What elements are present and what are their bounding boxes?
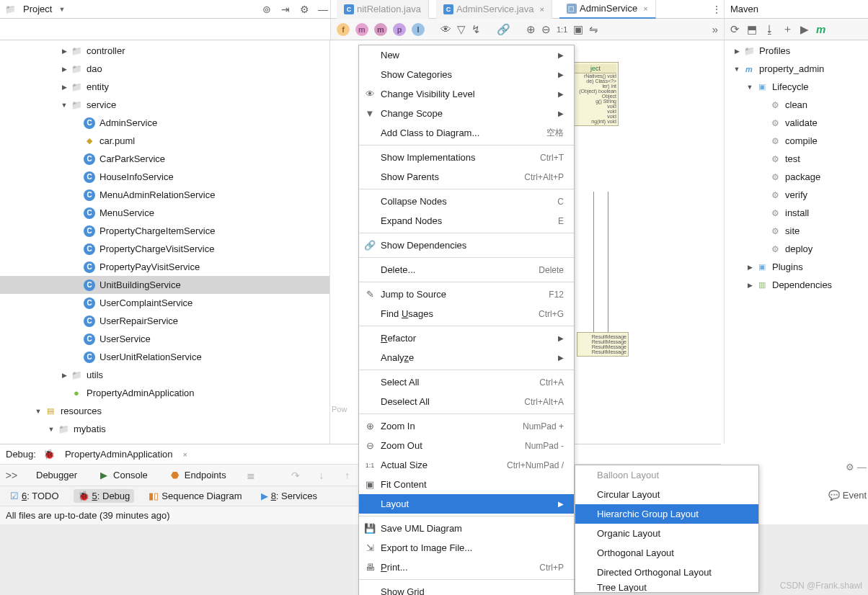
filter-properties-icon[interactable]: p: [393, 23, 406, 36]
menu-item[interactable]: Select AllCtrl+A: [359, 372, 574, 392]
filter-icon[interactable]: ▽: [457, 23, 466, 36]
menu-item[interactable]: Delete...Delete: [359, 260, 574, 279]
maven-tree[interactable]: ▶Profiles▼property_admin▼Lifecyclecleanv…: [725, 40, 868, 295]
tab-console[interactable]: ▶Console: [94, 468, 154, 483]
tree-item[interactable]: test: [725, 150, 868, 168]
step-out-icon[interactable]: ↑: [340, 468, 355, 483]
actual-size-icon[interactable]: 1:1: [557, 25, 567, 34]
expand-icon[interactable]: >>: [4, 468, 19, 483]
tab-services[interactable]: ▶8: Services: [257, 489, 322, 503]
menu-item[interactable]: Circular Layout: [575, 485, 758, 504]
tab-sequence[interactable]: ▮▯Sequence Diagram: [144, 489, 246, 503]
menu-item[interactable]: Collapse NodesC: [359, 192, 574, 211]
menu-item[interactable]: ⊕Zoom InNumPad +: [359, 416, 574, 436]
tree-item[interactable]: ▶Dependencies: [725, 276, 868, 294]
tree-item[interactable]: deploy: [725, 240, 868, 258]
tree-item[interactable]: AdminService: [0, 114, 329, 132]
tree-item[interactable]: install: [725, 204, 868, 222]
more-icon[interactable]: ⋮: [709, 2, 724, 17]
layout-icon[interactable]: ⇋: [589, 23, 598, 36]
step-into-icon[interactable]: ↓: [314, 468, 329, 483]
tree-item[interactable]: UserComplaintService: [0, 294, 329, 312]
tree-item[interactable]: ▶entity: [0, 78, 329, 96]
tree-item[interactable]: ▶utils: [0, 366, 329, 384]
zoom-in-icon[interactable]: ⊕: [526, 23, 536, 36]
menu-item[interactable]: 💾Save UML Diagram: [359, 519, 574, 538]
gear-icon[interactable]: ⚙: [297, 2, 311, 17]
tree-item[interactable]: PropertyChargeVisitService: [0, 240, 329, 258]
menu-item[interactable]: Tree Layout: [575, 582, 758, 592]
download-icon[interactable]: ⭳: [764, 23, 775, 35]
tree-item[interactable]: ▶mapper: [0, 438, 329, 444]
tab-adminservice-diagram[interactable]: ⬚ AdminService ×: [559, 0, 656, 19]
tree-item[interactable]: ▶Profiles: [725, 42, 868, 60]
chevron-down-icon[interactable]: ▼: [58, 6, 65, 13]
menu-item[interactable]: 👁Change Visibility Level▶: [359, 84, 574, 104]
project-label[interactable]: Project: [23, 4, 52, 14]
tree-item[interactable]: UserUnitRelationService: [0, 348, 329, 366]
menu-item[interactable]: Find UsagesCtrl+G: [359, 304, 574, 323]
run-icon[interactable]: ▶: [800, 23, 809, 36]
maven-m-icon[interactable]: m: [816, 23, 825, 35]
tab-unitrelation[interactable]: C nitRelation.java: [337, 0, 429, 19]
collapse-icon[interactable]: ⇥: [278, 2, 293, 17]
menu-item[interactable]: Balloon Layout: [575, 465, 758, 485]
threads-icon[interactable]: ≣: [244, 468, 258, 483]
add-icon[interactable]: ＋: [782, 22, 793, 36]
tab-adminservice-java[interactable]: C AdminService.java ×: [436, 0, 552, 19]
menu-item[interactable]: Refactor▶: [359, 328, 574, 348]
close-icon[interactable]: ×: [540, 5, 544, 14]
step-icon[interactable]: ↷: [288, 468, 303, 483]
filter-fields-icon[interactable]: f: [337, 23, 350, 36]
menu-item[interactable]: ▣Fit Content: [359, 475, 574, 494]
tree-item[interactable]: car.puml: [0, 132, 329, 150]
tree-item[interactable]: ▼mybatis: [0, 420, 329, 438]
menu-item[interactable]: Show ParentsCtrl+Alt+P: [359, 167, 574, 187]
menu-item[interactable]: Deselect AllCtrl+Alt+A: [359, 392, 574, 411]
tab-debug[interactable]: 🐞5: Debug: [74, 489, 135, 503]
tree-item[interactable]: MenuService: [0, 204, 329, 222]
hide-icon[interactable]: —: [316, 2, 330, 17]
filter-methods2-icon[interactable]: m: [374, 23, 387, 36]
tree-item[interactable]: UserRepairService: [0, 312, 329, 330]
tree-item[interactable]: ▼resources: [0, 402, 329, 420]
tree-item[interactable]: MenuAdminRelationService: [0, 186, 329, 204]
target-icon[interactable]: ⊚: [260, 2, 274, 17]
tree-item[interactable]: UserService: [0, 330, 329, 348]
filter-inner-icon[interactable]: I: [412, 23, 425, 36]
tree-item[interactable]: ▼property_admin: [725, 60, 868, 78]
context-menu[interactable]: New▶Show Categories▶👁Change Visibility L…: [358, 45, 575, 595]
scope-icon[interactable]: ↯: [471, 23, 481, 36]
tree-item[interactable]: ▼service: [0, 96, 329, 114]
tab-todo[interactable]: ☑6: TODO: [6, 489, 63, 503]
uml-class-box[interactable]: ResultMessageResultMessageResultMessageR…: [577, 332, 629, 357]
tree-item[interactable]: PropertyAdminApplication: [0, 384, 329, 402]
close-icon[interactable]: ×: [643, 4, 647, 13]
debug-config-name[interactable]: PropertyAdminApplication: [65, 449, 173, 460]
event-log-button[interactable]: 💬Event: [828, 490, 867, 501]
tree-item[interactable]: package: [725, 168, 868, 186]
menu-item[interactable]: New▶: [359, 45, 574, 65]
zoom-out-icon[interactable]: ⊖: [541, 23, 551, 36]
filter-methods-icon[interactable]: m: [355, 23, 368, 36]
menu-item[interactable]: ⊖Zoom OutNumPad -: [359, 436, 574, 455]
tree-item[interactable]: clean: [725, 96, 868, 114]
layout-submenu[interactable]: Balloon LayoutCircular LayoutHierarchic …: [575, 465, 759, 593]
tree-item[interactable]: validate: [725, 114, 868, 132]
tab-endpoints[interactable]: ⬣Endpoints: [165, 468, 232, 483]
menu-item[interactable]: ✎Jump to SourceF12: [359, 285, 574, 304]
uml-class-box[interactable]: ject rNatives() voidde) Class<?>ler) int…: [572, 62, 619, 126]
tree-item[interactable]: PropertyChargeItemService: [0, 222, 329, 240]
menu-item[interactable]: Show Grid: [359, 582, 574, 595]
tree-item[interactable]: verify: [725, 186, 868, 204]
tree-item[interactable]: ▶dao: [0, 60, 329, 78]
tree-item[interactable]: ▶controller: [0, 42, 329, 60]
menu-item[interactable]: 🔗Show Dependencies: [359, 236, 574, 255]
menu-item[interactable]: Add Class to Diagram...空格: [359, 123, 574, 143]
tree-item[interactable]: site: [725, 222, 868, 240]
menu-item[interactable]: Layout▶: [359, 494, 574, 514]
tree-item[interactable]: UnitBuildingService: [0, 276, 329, 294]
menu-item[interactable]: Show ImplementationsCtrl+T: [359, 148, 574, 167]
generate-icon[interactable]: ⬒: [747, 23, 757, 36]
tree-item[interactable]: HouseInfoService: [0, 168, 329, 186]
